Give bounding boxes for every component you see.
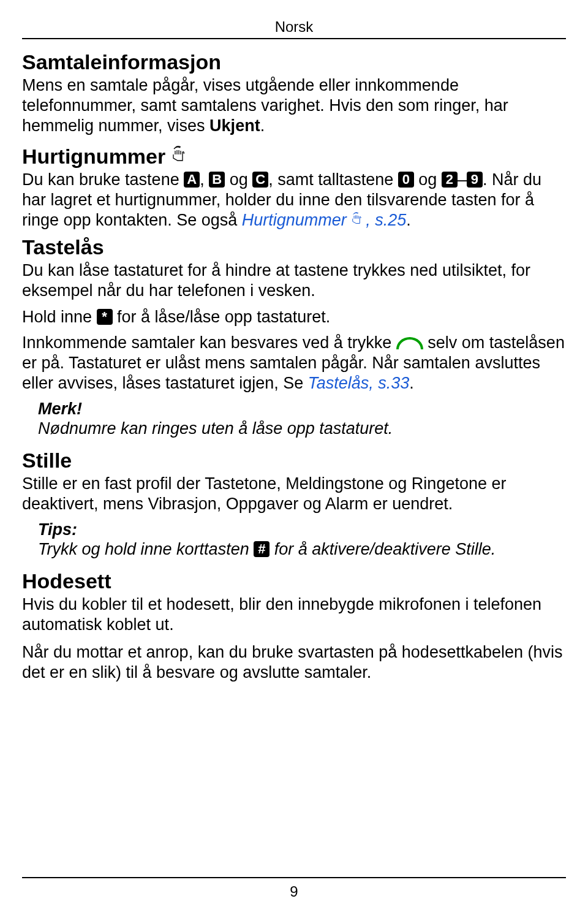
text: – [458, 170, 467, 189]
bottom-rule [22, 877, 566, 878]
text-bold: Ukjent [209, 116, 260, 135]
text: for å aktivere/deaktivere Stille. [270, 540, 496, 558]
text: og [414, 170, 442, 189]
crossref-tastelas: Tastelås, s.33 [308, 374, 410, 392]
text: . [260, 116, 265, 135]
text: , samt talltastene [268, 170, 398, 189]
hand-icon [351, 212, 366, 227]
text: . [409, 374, 414, 392]
key-b-icon: B [209, 172, 225, 188]
heading-stille: Stille [22, 449, 566, 473]
note-tips: Tips: Trykk og hold inne korttasten # fo… [22, 520, 566, 560]
note-body: Nødnumre kan ringes uten å låse opp tast… [38, 419, 566, 439]
text: , [200, 170, 209, 189]
heading-tastelas: Tastelås [22, 235, 566, 259]
text: Innkommende samtaler kan besvares ved å … [22, 333, 396, 352]
note-label: Tips: [38, 520, 566, 539]
key-c-icon: C [252, 172, 268, 188]
note-body: Trykk og hold inne korttasten # for å ak… [38, 539, 566, 560]
heading-hurtignummer: Hurtignummer [22, 145, 165, 169]
paragraph-stille: Stille er en fast profil der Tastetone, … [22, 474, 566, 514]
top-rule [22, 38, 566, 39]
note-label: Merk! [38, 400, 566, 419]
ref-text: Hurtignummer [242, 211, 352, 229]
text: for å låse/låse opp tastaturet. [113, 308, 331, 326]
text: . [406, 211, 411, 229]
heading-samtaleinformasjon: Samtaleinformasjon [22, 50, 566, 74]
hand-icon [172, 146, 190, 164]
page-language-header: Norsk [22, 18, 566, 36]
paragraph-hodesett-1: Hvis du kobler til et hodesett, blir den… [22, 594, 566, 635]
heading-hodesett: Hodesett [22, 569, 566, 593]
paragraph-tastelas-3: Innkommende samtaler kan besvares ved å … [22, 333, 566, 393]
note-merk: Merk! Nødnumre kan ringes uten å låse op… [22, 400, 566, 439]
text: Hold inne [22, 308, 97, 326]
text: Du kan bruke tastene [22, 170, 184, 189]
text: Mens en samtale pågår, vises utgående el… [22, 76, 508, 135]
key-2-icon: 2 [442, 172, 458, 188]
key-a-icon: A [184, 172, 200, 188]
key-0-icon: 0 [398, 172, 414, 188]
ref-page: , s.25 [366, 211, 406, 229]
paragraph-tastelas-2: Hold inne * for å låse/låse opp tastatur… [22, 307, 566, 327]
page-number: 9 [0, 883, 588, 900]
key-9-icon: 9 [467, 172, 483, 188]
key-hash-icon: # [254, 541, 270, 557]
paragraph-tastelas-1: Du kan låse tastaturet for å hindre at t… [22, 260, 566, 301]
phone-answer-icon [396, 337, 423, 349]
text: Trykk og hold inne korttasten [38, 540, 254, 558]
paragraph-hurtignummer: Du kan bruke tastene A, B og C, samt tal… [22, 170, 566, 230]
paragraph-samtaleinformasjon: Mens en samtale pågår, vises utgående el… [22, 75, 566, 136]
key-star-icon: * [97, 309, 113, 325]
paragraph-hodesett-2: Når du mottar et anrop, kan du bruke sva… [22, 642, 566, 683]
text: og [225, 170, 252, 189]
crossref-hurtignummer: Hurtignummer , s.25 [242, 211, 407, 229]
